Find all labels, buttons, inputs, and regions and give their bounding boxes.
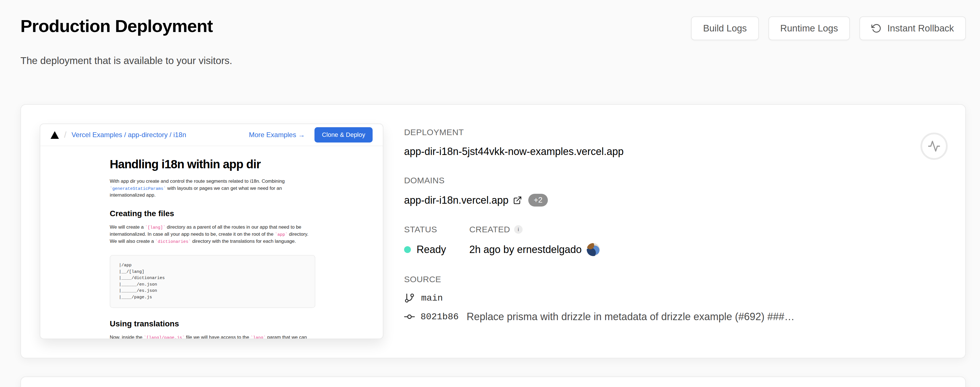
external-link-icon[interactable] [508,196,522,205]
status-value: Ready [417,244,446,255]
deployment-preview-link[interactable]: / Vercel Examples / app-directory / i18n… [40,124,383,339]
rotate-ccw-icon [872,23,881,33]
commit-row: 8021b86 Replace prisma with drizzle in m… [404,311,947,323]
clone-deploy-button: Clone & Deploy [315,127,372,143]
vercel-logo-icon [51,131,59,139]
preview-paragraph-intro: With app dir you create and control the … [110,178,310,199]
inline-code-generatestaticparams: `generateStaticParams` [110,186,166,191]
git-commit-icon [404,311,415,322]
production-deployment-card: / Vercel Examples / app-directory / i18n… [21,104,966,358]
preview-heading-using-translations: Using translations [110,319,383,328]
created-column: CREATED i 2h ago by ernestdelgado [469,225,600,256]
inline-code-lang: `[lang]` [145,225,165,230]
preview-breadcrumb: Vercel Examples / app-directory / i18n [72,131,186,139]
inline-code-dictionaries: `dictionaries` [155,239,191,244]
next-section-card [21,376,966,387]
deployment-toolbar: Build Logs Runtime Logs Instant Rollback [691,16,966,40]
domain-link[interactable]: app-dir-i18n.vercel.app [404,194,508,206]
activity-pulse-icon [928,140,940,153]
deployment-label: DEPLOYMENT [404,127,464,137]
runtime-logs-label: Runtime Logs [780,23,838,34]
source-label: SOURCE [404,274,441,284]
page-subtitle: The deployment that is available to your… [21,55,966,66]
commit-hash-link[interactable]: 8021b86 [420,312,458,322]
deployment-section: DEPLOYMENT app-dir-i18n-5jst44vkk-now-ex… [404,127,947,157]
status-label: STATUS [404,225,437,234]
preview-article-title: Handling i18n within app dir [110,157,383,171]
status-created-section: STATUS Ready CREATED i 2h ago by ernestd… [404,225,947,256]
instant-rollback-button[interactable]: Instant Rollback [859,16,966,40]
inline-code-lang-param: `lang` [251,335,266,339]
activity-indicator [920,133,948,160]
preview-paragraph-files: We will create a `[lang]` directory as a… [110,224,310,245]
status-ready-dot [404,246,411,253]
preview-site-header: / Vercel Examples / app-directory / i18n… [40,124,383,146]
created-label: CREATED [469,225,510,234]
preview-paragraph-translations: Now, inside the `[lang]/page.js` file we… [110,334,310,339]
preview-file-tree-codeblock: |/app|__/[lang]|____/dictionaries|______… [110,255,315,308]
preview-article: Handling i18n within app dir With app di… [40,146,383,339]
page-title: Production Deployment [21,16,213,36]
branch-row: main [404,293,947,303]
domains-section: DOMAINS app-dir-i18n.vercel.app +2 [404,176,947,206]
domains-label: DOMAINS [404,176,445,185]
more-examples-link: More Examples → [249,131,305,139]
inline-code-lang-page-js: `[lang]/page.js` [144,335,185,339]
build-logs-button[interactable]: Build Logs [691,16,759,40]
instant-rollback-label: Instant Rollback [887,23,954,34]
production-deployment-page: Production Deployment Build Logs Runtime… [0,0,980,387]
status-column: STATUS Ready [404,225,469,256]
page-header: Production Deployment Build Logs Runtime… [21,0,966,40]
domains-more-badge[interactable]: +2 [528,194,548,206]
deployment-url: app-dir-i18n-5jst44vkk-now-examples.verc… [404,146,947,157]
runtime-logs-button[interactable]: Runtime Logs [768,16,850,40]
deployment-meta: DEPLOYMENT app-dir-i18n-5jst44vkk-now-ex… [404,124,947,339]
git-branch-icon [404,293,415,303]
source-section: SOURCE main 8021b86 Replace prisma with … [404,274,947,323]
branch-link[interactable]: main [421,293,443,303]
preview-heading-creating-files: Creating the files [110,209,383,218]
created-value: 2h ago by ernestdelgado [469,244,582,255]
info-icon[interactable]: i [514,225,523,234]
breadcrumb-slash: / [64,130,66,140]
inline-code-app: `app` [275,232,288,237]
build-logs-label: Build Logs [703,23,747,34]
commit-message: Replace prisma with drizzle in metadata … [466,311,795,323]
creator-avatar [587,243,600,256]
